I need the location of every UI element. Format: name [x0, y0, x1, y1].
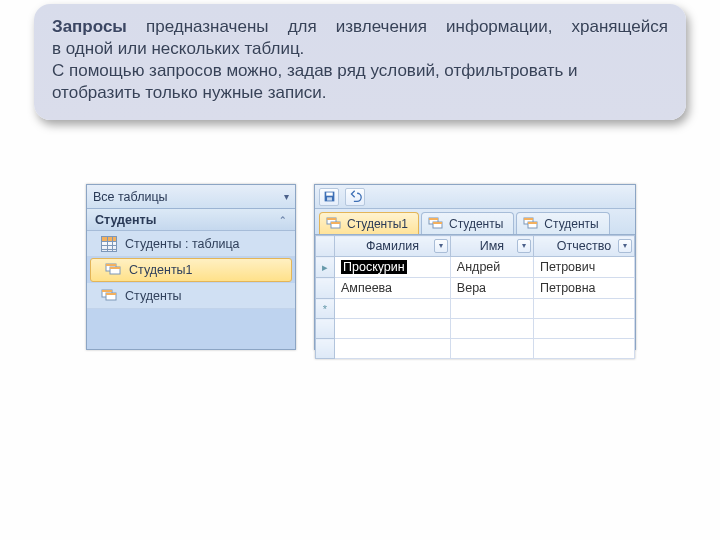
svg-rect-5 — [102, 290, 112, 292]
svg-rect-9 — [326, 192, 333, 195]
column-header[interactable]: Отчество ▾ — [533, 236, 634, 257]
query-icon — [428, 216, 444, 232]
access-screenshots: Все таблицы ▾ Студенты ⌃ Студенты : табл… — [86, 184, 636, 354]
info-keyword: Запросы — [52, 17, 127, 36]
new-row-icon[interactable]: * — [316, 299, 335, 319]
column-header[interactable]: Фамилия ▾ — [335, 236, 451, 257]
data-grid[interactable]: Фамилия ▾ Имя ▾ Отчество ▾ ▸ Проскурин А… — [315, 235, 635, 359]
collapse-icon: ⌃ — [279, 215, 287, 225]
svg-rect-10 — [327, 197, 332, 200]
tab[interactable]: Студенты — [516, 212, 609, 234]
selected-cell[interactable]: Проскурин — [341, 260, 407, 274]
svg-rect-7 — [106, 293, 116, 295]
table-row[interactable]: ▸ Проскурин Андрей Петрович — [316, 257, 635, 278]
column-dropdown-icon[interactable]: ▾ — [434, 239, 448, 253]
tab[interactable]: Студенты — [421, 212, 514, 234]
svg-rect-14 — [331, 222, 340, 224]
navigation-pane: Все таблицы ▾ Студенты ⌃ Студенты : табл… — [86, 184, 296, 350]
svg-rect-1 — [106, 264, 116, 266]
column-header[interactable]: Имя ▾ — [450, 236, 533, 257]
svg-rect-20 — [524, 218, 533, 220]
quick-access-toolbar — [315, 185, 635, 209]
tab-active[interactable]: Студенты1 — [319, 212, 419, 234]
new-row[interactable]: * — [316, 299, 635, 319]
document-tabs: Студенты1 Студенты Студенты — [315, 209, 635, 235]
column-dropdown-icon[interactable]: ▾ — [517, 239, 531, 253]
undo-button[interactable] — [345, 188, 365, 206]
table-icon — [101, 236, 117, 252]
svg-rect-18 — [433, 222, 442, 224]
svg-rect-22 — [528, 222, 537, 224]
svg-rect-12 — [327, 218, 336, 220]
select-all-corner[interactable] — [316, 236, 335, 257]
save-button[interactable] — [319, 188, 339, 206]
query-icon — [105, 262, 121, 278]
datasheet-window: Студенты1 Студенты Студенты Фамилия — [314, 184, 636, 350]
nav-item-query-selected[interactable]: Студенты1 — [90, 258, 292, 282]
nav-item-table[interactable]: Студенты : таблица — [87, 231, 295, 257]
column-dropdown-icon[interactable]: ▾ — [618, 239, 632, 253]
row-selector[interactable] — [316, 278, 335, 299]
nav-item-query[interactable]: Студенты — [87, 283, 295, 309]
row-selector[interactable]: ▸ — [316, 257, 335, 278]
info-callout: Запросы предназначены для извлечения инф… — [34, 4, 686, 120]
nav-group[interactable]: Студенты ⌃ — [87, 209, 295, 231]
svg-rect-3 — [110, 267, 120, 269]
table-row[interactable]: Ампеева Вера Петровна — [316, 278, 635, 299]
query-icon — [326, 216, 342, 232]
svg-rect-16 — [429, 218, 438, 220]
nav-header[interactable]: Все таблицы ▾ — [87, 185, 295, 209]
query-icon — [523, 216, 539, 232]
query-icon — [101, 288, 117, 304]
chevron-down-icon: ▾ — [284, 191, 289, 202]
